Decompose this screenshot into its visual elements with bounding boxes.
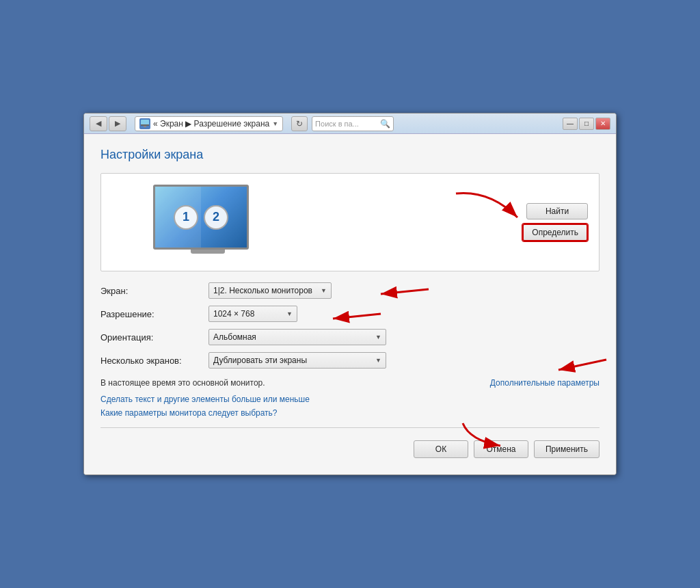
footer-wrapper: ОК Отмена Применить (100, 435, 600, 461)
svg-rect-1 (141, 124, 149, 126)
links-section: Сделать текст и другие элементы больше и… (100, 395, 600, 418)
back-button[interactable]: ◀ (90, 116, 107, 131)
address-icon (139, 118, 150, 129)
settings-wrapper: Экран: 1|2. Несколько мониторов ▼ Разреш… (100, 282, 600, 369)
resolution-select[interactable]: 1024 × 768 ▼ (208, 306, 297, 322)
resolution-value: 1024 × 768 (213, 309, 284, 319)
resolution-select-arrow: ▼ (286, 310, 293, 317)
screen-select-arrow: ▼ (321, 287, 327, 294)
multiple-screens-value: Дублировать эти экраны (213, 356, 373, 365)
advanced-link[interactable]: Дополнительные параметры (490, 378, 600, 388)
main-window: ◀ ▶ « Экран ▶ Разрешение экрана ▼ ↻ Поис… (83, 113, 617, 475)
title-bar: ◀ ▶ « Экран ▶ Разрешение экрана ▼ ↻ Поис… (84, 113, 616, 134)
link1[interactable]: Сделать текст и другие элементы больше и… (100, 395, 600, 404)
nav-buttons: ◀ ▶ (90, 116, 126, 131)
link2[interactable]: Какие параметры монитора следует выбрать… (100, 408, 600, 418)
status-row: В настоящее время это основной монитор. … (100, 378, 600, 388)
address-dropdown-arrow[interactable]: ▼ (272, 120, 278, 127)
address-text: « Экран ▶ Разрешение экрана (153, 119, 269, 129)
screen-row: 1|2. Несколько мониторов ▼ (208, 282, 600, 299)
search-placeholder: Поиск в па... (315, 120, 379, 128)
refresh-button[interactable]: ↻ (291, 116, 308, 131)
monitor-num-1: 1 (174, 205, 198, 230)
multiple-screens-select[interactable]: Дублировать эти экраны ▼ (208, 352, 386, 369)
search-icon: 🔍 (380, 119, 390, 129)
screen-select[interactable]: 1|2. Несколько мониторов ▼ (208, 282, 332, 299)
identify-button[interactable]: Определить (522, 224, 588, 241)
resolution-label: Разрешение: (100, 309, 203, 319)
monitor-screen: 1 2 (153, 185, 249, 250)
multiple-screens-label: Несколько экранов: (100, 356, 203, 366)
close-button[interactable]: ✕ (595, 118, 610, 130)
forward-button[interactable]: ▶ (109, 116, 126, 131)
orientation-select-arrow: ▼ (375, 334, 381, 340)
orientation-label: Ориентация: (100, 332, 203, 343)
search-bar[interactable]: Поиск в па... 🔍 (312, 116, 394, 131)
screen-label: Экран: (100, 286, 203, 296)
orientation-select[interactable]: Альбомная ▼ (208, 329, 386, 345)
orientation-row: Альбомная ▼ (208, 329, 600, 345)
monitor-image: 1 2 (153, 185, 262, 260)
orientation-value: Альбомная (213, 332, 373, 342)
monitor-base (191, 250, 225, 254)
monitor-section: 1 2 Найти Определить (100, 173, 600, 271)
maximize-button[interactable]: □ (579, 118, 594, 130)
address-bar[interactable]: « Экран ▶ Разрешение экрана ▼ (135, 116, 283, 131)
screen-value: 1|2. Несколько мониторов (213, 286, 318, 295)
resolution-row: 1024 × 768 ▼ (208, 306, 600, 322)
monitor-numbers: 1 2 (174, 205, 228, 230)
svg-rect-2 (144, 126, 146, 127)
find-button[interactable]: Найти (526, 203, 588, 219)
status-text: В настоящее время это основной монитор. (100, 378, 265, 388)
apply-button[interactable]: Применить (534, 440, 600, 458)
settings-grid: Экран: 1|2. Несколько мониторов ▼ Разреш… (100, 282, 600, 369)
footer-divider (100, 427, 600, 428)
monitor-panel: 1 2 Найти Определить (100, 173, 600, 271)
minimize-button[interactable]: — (563, 118, 578, 130)
multiple-screens-row: Дублировать эти экраны ▼ (208, 352, 600, 369)
multiple-screens-select-arrow: ▼ (375, 357, 381, 364)
title-bar-controls: — □ ✕ (563, 118, 610, 130)
page-title: Настройки экрана (100, 148, 600, 162)
ok-button[interactable]: ОК (414, 440, 468, 458)
footer-buttons: ОК Отмена Применить (100, 435, 600, 461)
cancel-button[interactable]: Отмена (474, 440, 528, 458)
window-content: Настройки экрана 1 2 Найти Оп (84, 134, 616, 475)
title-bar-left: ◀ ▶ « Экран ▶ Разрешение экрана ▼ ↻ Поис… (90, 116, 394, 131)
monitor-num-2: 2 (204, 205, 228, 230)
buttons-panel: Найти Определить (522, 203, 588, 241)
